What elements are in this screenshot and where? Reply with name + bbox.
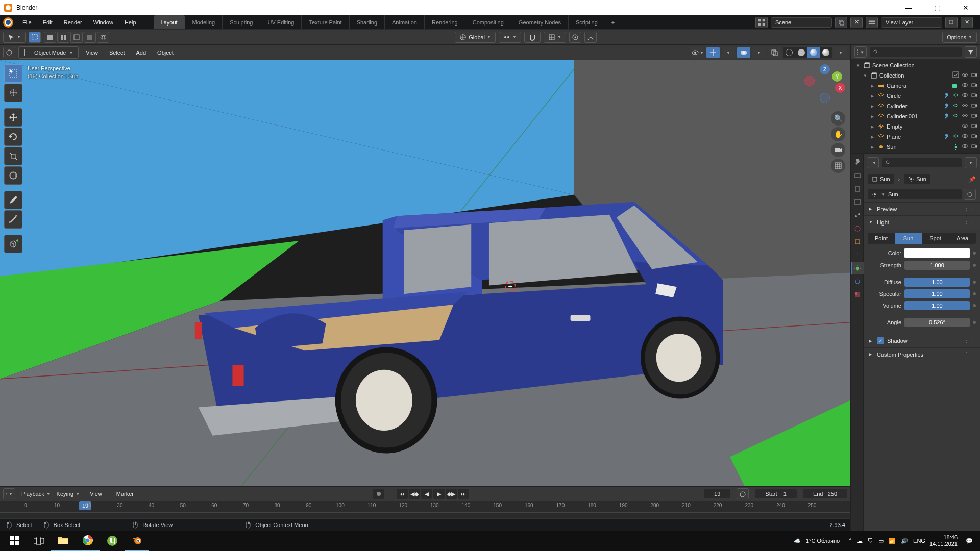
tool-scale[interactable] (4, 147, 22, 165)
editor-type-selector[interactable] (3, 47, 15, 58)
tool-cursor[interactable] (4, 84, 22, 102)
outliner-item-sun[interactable]: ▶ Sun (851, 142, 980, 152)
add-workspace-button[interactable]: + (606, 19, 620, 26)
menu-help[interactable]: Help (119, 17, 141, 28)
xray-toggle[interactable] (768, 47, 781, 58)
prop-tab-data[interactable] (851, 262, 864, 274)
tool-preset-dropdown[interactable]: ▼ (3, 32, 26, 43)
camera-view-button[interactable] (831, 143, 845, 157)
wifi-icon[interactable]: 📶 (889, 538, 896, 544)
add-menu[interactable]: Add (132, 47, 151, 58)
close-button[interactable]: ✕ (955, 4, 976, 12)
volume-input[interactable]: 1.00 (904, 301, 970, 310)
play-reverse-button[interactable]: ◀ (421, 489, 432, 499)
current-frame-input[interactable]: 19 (704, 489, 730, 498)
shading-dropdown[interactable]: ▼ (834, 47, 847, 58)
view-object-types[interactable]: ▼ (691, 47, 704, 58)
proportional-falloff[interactable] (584, 32, 597, 43)
prop-tab-tool[interactable] (851, 156, 864, 168)
timeline-editor-selector[interactable]: ▼ (3, 488, 15, 499)
gizmo-neg-z[interactable] (820, 93, 830, 103)
snap-toggle[interactable] (524, 32, 541, 43)
gizmo-x-axis[interactable]: X (835, 83, 845, 93)
layer-delete-button[interactable]: ✕ (961, 17, 973, 28)
frame-start-input[interactable]: Start 1 (755, 489, 797, 498)
workspace-tab-texture-paint[interactable]: Texture Paint (302, 15, 349, 29)
specular-input[interactable]: 1.00 (904, 289, 970, 298)
outliner-item-plane[interactable]: ▶ Plane (851, 132, 980, 142)
jump-next-keyframe-button[interactable]: ◆▶ (446, 489, 457, 499)
breadcrumb-object[interactable]: Sun (868, 174, 894, 184)
prop-options[interactable]: ▼ (965, 157, 977, 168)
shading-material[interactable] (807, 47, 820, 58)
chrome-button[interactable] (76, 531, 100, 551)
tool-annotate[interactable] (4, 191, 22, 209)
prop-tab-scene[interactable] (851, 209, 864, 221)
outliner-item-cylinder[interactable]: ▶ Cylinder (851, 101, 980, 111)
outliner-scene-collection[interactable]: ▼ Scene Collection (851, 60, 980, 70)
gizmo-dropdown[interactable]: ▼ (722, 47, 735, 58)
light-datablock[interactable]: ▼ Sun (868, 189, 962, 199)
clock[interactable]: 18:46 14.11.2021 (929, 534, 958, 547)
angle-input[interactable]: 0.526° (904, 318, 970, 327)
animate-dot[interactable] (973, 304, 976, 307)
minimize-button[interactable]: — (898, 4, 919, 12)
mode-selector[interactable]: Object Mode ▼ (18, 46, 79, 59)
animate-dot[interactable] (973, 321, 976, 324)
select-mode-new[interactable] (44, 32, 56, 43)
animate-dot[interactable] (973, 281, 976, 284)
tray-chevron-icon[interactable]: ˄ (849, 538, 852, 544)
outliner-filter[interactable] (965, 46, 977, 58)
shadow-checkbox[interactable]: ✓ (877, 337, 884, 344)
options-dropdown[interactable]: Options ▼ (942, 32, 977, 43)
onedrive-icon[interactable]: ☁ (857, 538, 863, 544)
object-menu[interactable]: Object (153, 47, 178, 58)
workspace-tab-rendering[interactable]: Rendering (425, 15, 465, 29)
animate-dot[interactable] (973, 252, 976, 255)
layer-browse-button[interactable] (866, 17, 878, 28)
prop-tab-output[interactable] (851, 183, 864, 195)
workspace-tab-uv-editing[interactable]: UV Editing (260, 15, 302, 29)
color-swatch[interactable] (904, 248, 970, 258)
menu-edit[interactable]: Edit (38, 17, 58, 28)
scene-input[interactable]: Scene (771, 17, 832, 28)
timeline-ruler[interactable]: 19 0102030405060708090100110120130140150… (0, 501, 850, 512)
select-mode-intersect[interactable] (97, 32, 109, 43)
scene-delete-button[interactable]: ✕ (850, 17, 863, 28)
snap-element[interactable]: ▼ (544, 32, 566, 43)
utorrent-button[interactable] (100, 531, 125, 551)
strength-input[interactable]: 1.000 (904, 261, 970, 270)
language-indicator[interactable]: ENG (913, 538, 925, 544)
volume-icon[interactable]: 🔊 (901, 538, 908, 544)
proportional-toggle[interactable] (569, 32, 581, 43)
outliner-item-circle[interactable]: ▶ Circle (851, 91, 980, 101)
prop-editor-type[interactable]: ▼ (867, 157, 879, 168)
light-type-point[interactable]: Point (868, 233, 895, 244)
shading-solid[interactable] (795, 47, 807, 58)
workspace-tab-compositing[interactable]: Compositing (465, 15, 511, 29)
notifications-icon[interactable]: 💬 (966, 538, 973, 544)
pan-button[interactable]: ✋ (831, 127, 845, 141)
breadcrumb-data[interactable]: Sun (904, 174, 930, 184)
diffuse-input[interactable]: 1.00 (904, 278, 970, 287)
menu-file[interactable]: File (17, 17, 37, 28)
select-mode-invert[interactable] (84, 32, 96, 43)
workspace-tab-geometry-nodes[interactable]: Geometry Nodes (511, 15, 569, 29)
playback-menu[interactable]: Playback ▼ (21, 491, 51, 497)
light-type-spot[interactable]: Spot (922, 233, 949, 244)
jump-end-button[interactable]: ⏭ (458, 489, 469, 499)
workspace-tab-animation[interactable]: Animation (385, 15, 425, 29)
workspace-tab-layout[interactable]: Layout (154, 15, 185, 29)
zoom-button[interactable]: 🔍 (831, 111, 845, 126)
jump-start-button[interactable]: ⏮ (397, 489, 408, 499)
workspace-tab-sculpting[interactable]: Sculpting (223, 15, 260, 29)
start-button[interactable] (2, 531, 27, 551)
tool-select-box[interactable] (4, 64, 22, 83)
show-gizmo-toggle[interactable] (706, 47, 720, 58)
select-mode-subtract[interactable] (70, 32, 83, 43)
select-mode-extend[interactable] (57, 32, 69, 43)
shading-wireframe[interactable] (783, 47, 795, 58)
blender-logo-icon[interactable] (3, 17, 13, 28)
nav-gizmo[interactable]: Z Y X (804, 64, 845, 105)
datablock-copy[interactable] (964, 189, 976, 200)
